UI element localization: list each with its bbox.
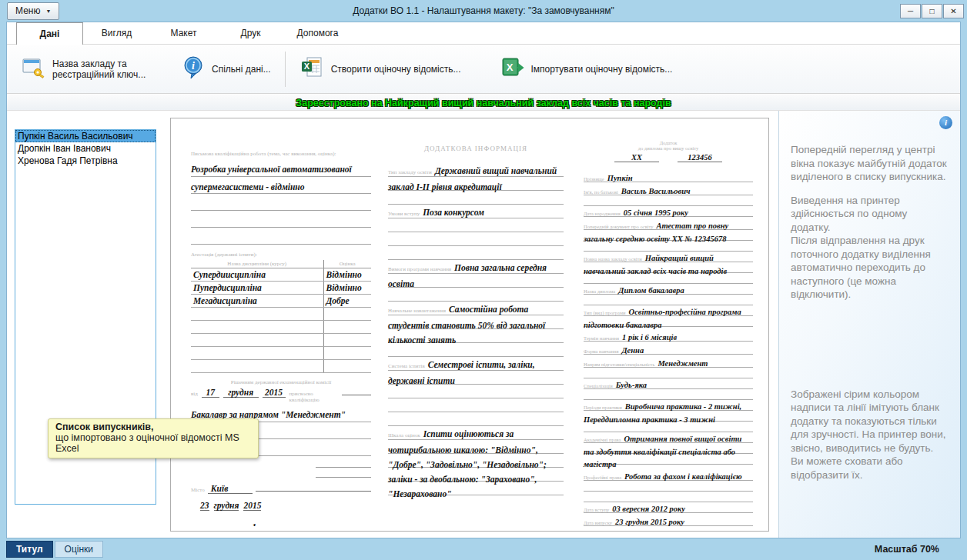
menu-button-label: Меню — [15, 5, 40, 16]
city-value: Київ — [208, 484, 253, 494]
document-field: Напрям підготовки/спеціальність Менеджме… — [584, 357, 753, 378]
decision-date-row: від 17 грудня 2015 присвоєно кваліфікаці… — [191, 386, 371, 403]
student-list-item[interactable]: Хренова Гадя Петрівна — [15, 155, 156, 167]
issue-year: 2015 — [243, 501, 261, 511]
registration-number-label: Реєстраційний номер — [191, 525, 239, 526]
help-paragraph: Зображені сірим кольором надписи та ліні… — [791, 388, 949, 482]
maximize-button[interactable]: □ — [922, 4, 942, 18]
svg-text:X: X — [506, 62, 513, 73]
document-field: Повна назва закладу освіти Найкращий вищ… — [584, 252, 753, 284]
document-field: Система іспитів Семестрові іспити, залік… — [388, 357, 564, 426]
discipline-row: Супердиисципліна Відмінно — [191, 268, 371, 282]
help-paragraph: Після відправлення на друк поточного дод… — [791, 234, 949, 302]
written-work-value: Розробка універсальної автоматизованої с… — [191, 160, 371, 245]
document-field: Дата вступу 03 вересня 2012 року — [584, 502, 753, 515]
issue-date-row: 23 грудня 2015 — [191, 501, 371, 511]
document-column-3: Додаток до диплома про вищу освіту ХХ 12… — [576, 140, 756, 526]
document-field: Професійні права Робота за фахом і квалі… — [584, 470, 753, 502]
document-field: Шкала оцінок Іспити оцінюються за чотири… — [388, 426, 564, 501]
info-icon: i — [939, 116, 952, 129]
document-field: Вимоги програми навчання Повна загальна … — [388, 260, 564, 302]
toolbar-button-label: Імпортувати оціночну відомість... — [531, 64, 673, 75]
series-value: ХХ — [614, 153, 659, 162]
student-list-item[interactable]: Дропкін Іван Іванович — [15, 142, 156, 155]
registration-number-value: 1 — [244, 522, 287, 526]
document-field: Ім'я, по батькові Василь Васильович — [584, 185, 753, 206]
info-balloon-icon: i — [182, 55, 205, 82]
discipline-row — [191, 360, 371, 373]
ribbon-tab[interactable]: Макет — [150, 22, 217, 44]
supplement-heading: Додаток до диплома про вищу освіту ХХ 12… — [584, 140, 753, 162]
bottom-tab[interactable]: Титул — [6, 541, 53, 558]
discipline-row — [191, 321, 371, 334]
document-field: Форма навчання Денна — [584, 344, 753, 357]
document-field: Тип закладу освіти Державний вищий навча… — [388, 163, 564, 205]
ribbon-tab[interactable]: Друк — [217, 22, 284, 44]
window-title: Додатки ВО 1.1 - Налаштування макету: "З… — [0, 5, 967, 16]
ribbon-tab[interactable]: Вигляд — [83, 22, 150, 44]
blank-line — [256, 482, 371, 492]
preview-pane: Письмова кваліфікаційна робота (тема, ча… — [162, 111, 778, 538]
institution-key-button[interactable]: Назва закладу та реєстраційний ключ... — [15, 52, 176, 85]
disciplines-table: Назва дисципліни (курсу) Оцінка Супердии… — [191, 260, 371, 373]
common-data-button[interactable]: i Спільні дані... — [176, 52, 277, 85]
chevron-down-icon: ▼ — [45, 8, 51, 14]
document-field: Навчальне навантаження Самостійна робота… — [388, 302, 564, 357]
tab-strip: ДаніВиглядМакетДрукДопомога — [7, 22, 960, 45]
content-area: Пупкін Василь ВасильовичДропкін Іван Іва… — [7, 111, 960, 538]
attestation-label: Атестація (державні іспити): — [191, 252, 371, 258]
title-bar: Меню ▼ Додатки ВО 1.1 - Налаштування мак… — [0, 0, 967, 22]
document-field: Умови вступу Поза конкурсом — [388, 205, 564, 260]
written-work-label: Письмова кваліфікаційна робота (тема, ча… — [191, 151, 336, 157]
blank-line — [292, 521, 336, 526]
registration-number-row: Реєстраційний номер 1 — [191, 521, 371, 526]
sheet-tabs: ТитулОцінки — [6, 541, 103, 558]
student-list-item[interactable]: Пупкін Василь Васильович — [15, 130, 156, 142]
toolbar-button-label: Назва закладу та реєстраційний ключ... — [52, 58, 169, 80]
additional-info-fields: Тип закладу освіти Державний вищий навча… — [388, 163, 564, 501]
document-field: Спеціалізація Будь-яка — [584, 378, 753, 400]
main-frame: ДаніВиглядМакетДрукДопомога Назва заклад… — [6, 22, 961, 538]
window-key-icon — [21, 55, 45, 82]
svg-text:i: i — [192, 60, 195, 72]
toolbar-button-label: Спільні дані... — [212, 64, 271, 75]
tooltip-body: що імпортовано з оціночної відомості MS … — [55, 432, 251, 454]
close-button[interactable]: ✕ — [943, 4, 964, 18]
decision-year: 2015 — [263, 388, 286, 398]
supplement-fields: Прізвище Пупкін Ім'я, по батькові Василь… — [584, 172, 753, 526]
registration-banner: Зареєстровано на Найкращий вищий навчаль… — [7, 94, 960, 111]
city-row: Місто Київ — [191, 482, 371, 494]
grade-header: Оцінка — [323, 260, 371, 268]
minimize-button[interactable]: ─ — [900, 4, 921, 18]
blank-line — [342, 386, 371, 395]
decision-month: грудня — [223, 388, 259, 398]
ribbon-tab[interactable]: Допомога — [284, 22, 351, 44]
toolbar-button-label: Створити оціночну відомість... — [331, 64, 461, 75]
bottom-tab[interactable]: Оцінки — [55, 541, 103, 558]
registration-banner-text: Зареєстровано на Найкращий вищий навчаль… — [296, 98, 671, 108]
excel-import-icon: X — [500, 55, 524, 82]
discipline-row — [191, 334, 371, 347]
document-field: Термін навчання 1 рік і 6 місяців — [584, 331, 753, 344]
students-pane: Пупкін Василь ВасильовичДропкін Іван Іва… — [7, 111, 162, 538]
document-page: Письмова кваліфікаційна робота (тема, ча… — [170, 118, 769, 532]
supplement-heading-line2: до диплома про вищу освіту — [584, 145, 753, 151]
number-value: 123456 — [678, 153, 722, 162]
help-paragraph: Попередній перегляд у центрі вікна показ… — [791, 143, 949, 184]
document-column-1: Письмова кваліфікаційна робота (тема, ча… — [189, 140, 382, 526]
document-field: Тип (вид) програми Освітньо-професійна п… — [584, 305, 753, 331]
tooltip-title: Список випускників, — [55, 422, 251, 432]
create-sheet-button[interactable]: X Створити оціночну відомість... — [293, 52, 467, 85]
ribbon-tab[interactable]: Дані — [16, 22, 83, 45]
excel-create-icon: X — [299, 55, 324, 82]
import-sheet-button[interactable]: X Імпортувати оціночну відомість... — [494, 52, 679, 85]
bottom-bar: ТитулОцінки Масштаб 70% — [0, 538, 967, 560]
city-label: Місто — [191, 487, 205, 493]
menu-button[interactable]: Меню ▼ — [7, 2, 59, 20]
discipline-row — [191, 347, 371, 360]
issue-day: 23 — [200, 501, 209, 511]
qualification-label: присвоєно кваліфікацію — [289, 391, 338, 403]
toolbar: Назва закладу та реєстраційний ключ... i… — [7, 45, 960, 94]
decision-day: 17 — [202, 388, 219, 398]
issue-month: грудня — [214, 501, 239, 511]
